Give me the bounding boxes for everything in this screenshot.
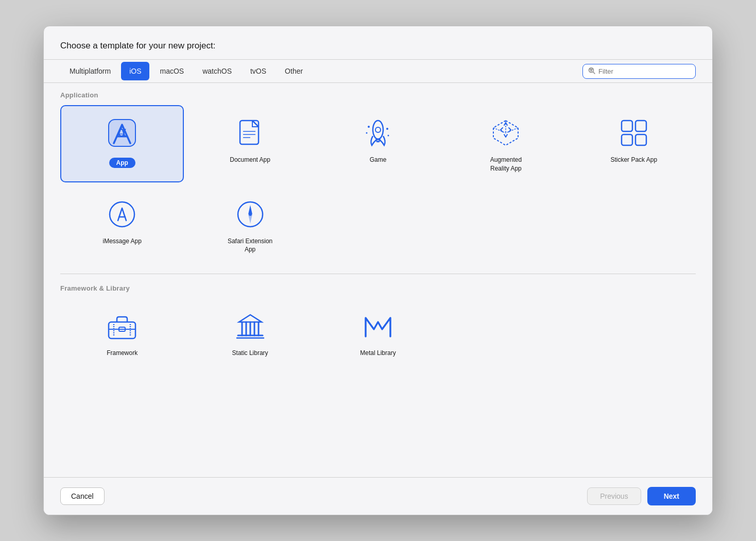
template-static-library[interactable]: Static Library [188, 298, 312, 367]
tab-watchos[interactable]: watchOS [194, 62, 240, 80]
template-app[interactable]: 𝔸 ⍺ App [60, 105, 184, 182]
sticker-pack-label: Sticker Pack App [610, 156, 657, 164]
svg-point-27 [110, 202, 134, 227]
framework-section-header: Framework & Library [60, 276, 696, 298]
svg-point-17 [386, 128, 388, 130]
document-app-label: Document App [230, 156, 270, 164]
template-framework[interactable]: Framework [60, 298, 184, 367]
tab-ios[interactable]: iOS [121, 62, 149, 80]
imessage-app-label: iMessage App [103, 237, 142, 246]
game-icon [362, 116, 394, 149]
framework-icon [106, 310, 139, 343]
svg-marker-38 [239, 315, 262, 322]
svg-point-14 [375, 127, 381, 132]
svg-line-21 [493, 128, 506, 133]
dialog-title: Choose a template for your new project: [44, 26, 712, 59]
next-button[interactable]: Next [647, 487, 696, 505]
svg-point-18 [387, 135, 389, 137]
filter-container [582, 64, 696, 79]
svg-point-15 [368, 126, 370, 128]
game-label: Game [370, 156, 387, 164]
filter-input[interactable] [598, 67, 690, 75]
application-grid: 𝔸 ⍺ App [60, 105, 696, 272]
tab-other[interactable]: Other [277, 62, 311, 80]
svg-line-22 [506, 128, 518, 133]
tab-multiplatform[interactable]: Multiplatform [61, 62, 119, 80]
tab-macos[interactable]: macOS [151, 62, 192, 80]
static-library-label: Static Library [232, 349, 268, 358]
ar-app-icon [489, 116, 522, 149]
framework-label: Framework [107, 349, 138, 358]
sticker-pack-icon [617, 116, 650, 149]
svg-point-16 [366, 132, 367, 134]
safari-extension-label: Safari ExtensionApp [228, 237, 272, 255]
template-ar-app[interactable]: AugmentedReality App [444, 105, 568, 182]
svg-line-1 [593, 72, 595, 74]
template-metal-library[interactable]: Metal Library [316, 298, 440, 367]
svg-point-32 [249, 213, 252, 216]
svg-rect-23 [622, 121, 632, 131]
svg-rect-25 [622, 134, 632, 145]
template-imessage-app[interactable]: iMessage App [60, 187, 184, 264]
metal-library-label: Metal Library [360, 349, 396, 358]
svg-rect-26 [635, 134, 646, 145]
safari-extension-icon [234, 198, 267, 231]
metal-library-icon [362, 310, 394, 343]
static-library-icon [234, 310, 267, 343]
tabs-bar: Multiplatform iOS macOS watchOS tvOS Oth… [44, 59, 712, 83]
previous-button[interactable]: Previous [587, 487, 641, 505]
template-safari-extension[interactable]: Safari ExtensionApp [188, 187, 312, 264]
content-area: Application 𝔸 ⍺ App [44, 83, 712, 477]
bottom-bar: Cancel Previous Next [44, 477, 712, 515]
svg-rect-24 [635, 121, 646, 131]
cancel-button[interactable]: Cancel [60, 487, 105, 505]
svg-rect-33 [109, 322, 135, 339]
ar-app-label: AugmentedReality App [490, 156, 522, 173]
svg-point-13 [373, 121, 383, 139]
template-sticker-pack[interactable]: Sticker Pack App [572, 105, 696, 182]
document-app-icon [234, 116, 267, 149]
application-section-header: Application [60, 83, 696, 105]
filter-input-wrapper [582, 64, 696, 79]
filter-icon [588, 67, 595, 76]
imessage-app-icon [106, 198, 139, 231]
framework-grid: Framework [60, 298, 696, 375]
app-selected-badge: App [109, 158, 135, 168]
app-icon: 𝔸 ⍺ [106, 116, 139, 149]
tab-tvos[interactable]: tvOS [242, 62, 274, 80]
template-game[interactable]: Game [316, 105, 440, 182]
section-divider [60, 274, 696, 274]
template-document-app[interactable]: Document App [188, 105, 312, 182]
new-project-dialog: Choose a template for your new project: … [43, 26, 713, 515]
